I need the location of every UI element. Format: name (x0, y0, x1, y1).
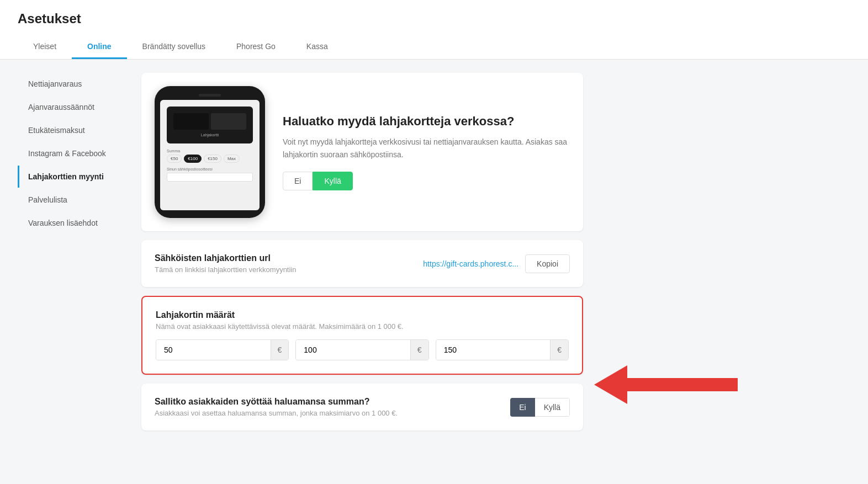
amount-field-2[interactable] (296, 340, 410, 360)
red-arrow-icon (594, 365, 627, 404)
gift-card-label: Lahjakortti (173, 133, 246, 137)
toggle-no-sell[interactable]: Ei (283, 172, 313, 190)
sidebar-item-palvelulista[interactable]: Palvelulista (18, 189, 128, 211)
sidebar-item-varauksen-lisaehdot[interactable]: Varauksen lisäehdot (18, 212, 128, 234)
amount-input-2: € (295, 339, 428, 360)
url-card: Sähköisten lahjakorttien url Tämä on lin… (141, 240, 583, 287)
url-card-heading: Sähköisten lahjakorttien url (155, 253, 296, 263)
amounts-heading: Lahjakortin määrät (156, 310, 569, 320)
email-label-mock: Sinun sähköpostiosoitteesi (167, 167, 253, 171)
amount-input-1: € (156, 339, 289, 360)
amounts-card: Lahjakortin määrät Nämä ovat asiakkaasi … (141, 296, 583, 375)
amount-field-3[interactable] (436, 340, 551, 360)
promo-heading: Haluatko myydä lahjakortteja verkossa? (283, 114, 570, 130)
tabs: Yleiset Online Brändätty sovellus Phores… (18, 35, 850, 59)
amount-chips: €50 €100 €150 Max (167, 155, 253, 163)
red-arrow-shaft (627, 378, 738, 391)
tab-online[interactable]: Online (72, 35, 127, 59)
amount-suffix-3: € (550, 340, 568, 360)
promo-description: Voit nyt myydä lahjakortteja verkkosivus… (283, 136, 570, 161)
sidebar-item-etukateismaksut[interactable]: Etukäteismaksut (18, 119, 128, 141)
red-arrow-container (594, 365, 738, 404)
custom-amount-heading: Sallitko asiakkaiden syöttää haluamansa … (155, 397, 398, 407)
sidebar-item-instagram-facebook[interactable]: Instagram & Facebook (18, 142, 128, 164)
phone-mockup: Lahjakortti Summa €50 €100 €150 Max (155, 86, 265, 218)
custom-amount-description: Asiakkaasi voi asettaa haluamansa summan… (155, 409, 398, 417)
tab-kassa[interactable]: Kassa (291, 35, 343, 59)
amounts-inputs: € € € (156, 339, 569, 360)
sidebar-item-ajanvaraussaannot[interactable]: Ajanvaraussäännöt (18, 96, 128, 118)
page-title: Asetukset (18, 11, 850, 26)
gift-card-visual: Lahjakortti (167, 107, 253, 143)
custom-amount-text: Sallitko asiakkaiden syöttää haluamansa … (155, 397, 398, 417)
gift-card-promo-card: Lahjakortti Summa €50 €100 €150 Max (141, 73, 583, 231)
tab-brandatty[interactable]: Brändätty sovellus (127, 35, 221, 59)
custom-toggle-no[interactable]: Ei (510, 398, 534, 417)
sidebar-item-lahjakorttien-myynti[interactable]: Lahjakorttien myynti (18, 166, 128, 188)
amount-input-3: € (436, 339, 569, 360)
tab-phorest-go[interactable]: Phorest Go (221, 35, 291, 59)
amounts-description: Nämä ovat asiakkaasi käytettävissä oleva… (156, 322, 569, 331)
url-card-actions: https://gift-cards.phorest.c... Kopioi (423, 254, 570, 273)
sidebar: Nettiajanvaraus Ajanvaraussäännöt Etukät… (18, 73, 128, 471)
custom-amount-card: Sallitko asiakkaiden syöttää haluamansa … (141, 384, 583, 430)
sidebar-item-nettiajanvaraus[interactable]: Nettiajanvaraus (18, 73, 128, 95)
amount-chip-50: €50 (167, 155, 182, 163)
amount-chip-100: €100 (184, 155, 202, 163)
toggle-yes-sell[interactable]: Kyllä (313, 172, 352, 190)
url-card-text: Sähköisten lahjakorttien url Tämä on lin… (155, 253, 296, 274)
custom-toggle-yes[interactable]: Kyllä (535, 398, 570, 417)
summa-label: Summa (167, 149, 253, 153)
amount-chip-max: Max (224, 155, 240, 163)
amount-suffix-2: € (410, 340, 428, 360)
custom-amount-toggle: Ei Kyllä (510, 398, 570, 417)
gift-card-url[interactable]: https://gift-cards.phorest.c... (423, 259, 518, 268)
sell-online-toggle: Ei Kyllä (283, 172, 570, 190)
url-card-description: Tämä on linkkisi lahjakorttien verkkomyy… (155, 265, 296, 274)
amount-field-1[interactable] (156, 340, 271, 360)
email-input-mock (167, 173, 253, 182)
amount-chip-150: €150 (204, 155, 221, 163)
amount-suffix-1: € (271, 340, 289, 360)
copy-url-button[interactable]: Kopioi (525, 254, 570, 273)
tab-yleiset[interactable]: Yleiset (18, 35, 72, 59)
promo-text: Haluatko myydä lahjakortteja verkossa? V… (283, 114, 570, 190)
